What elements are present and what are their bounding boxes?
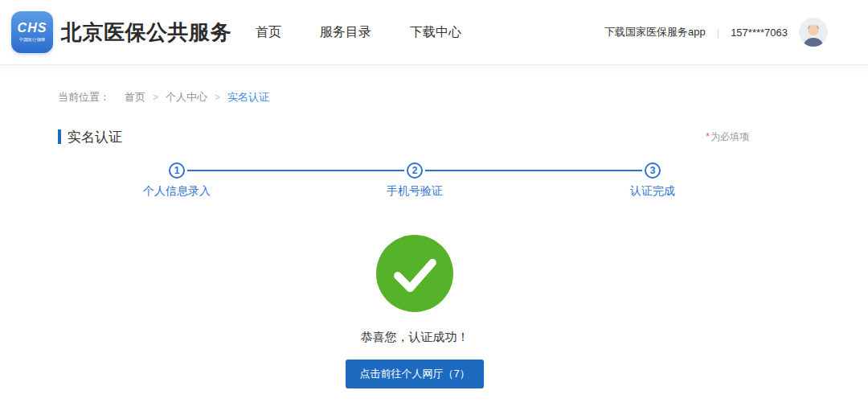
step-2-label: 手机号验证	[296, 184, 534, 199]
success-message: 恭喜您，认证成功！	[58, 330, 772, 345]
required-fields-note: *为必填项	[706, 130, 749, 144]
chs-logo-icon[interactable]: CHS 中国医疗保障	[11, 11, 53, 53]
breadcrumb-item-current: 实名认证	[227, 90, 269, 105]
logo-subtitle: 中国医疗保障	[19, 36, 45, 42]
nav-item-service-directory[interactable]: 服务目录	[320, 24, 371, 41]
page-title: 实名认证	[68, 128, 122, 146]
step-personal-info: 1 个人信息录入	[58, 162, 296, 199]
main-nav: 首页 服务目录 下载中心	[256, 24, 461, 41]
section-title-bar	[58, 129, 61, 144]
step-1-circle: 1	[169, 162, 185, 179]
breadcrumb-separator-icon: >	[215, 92, 220, 103]
user-phone-number[interactable]: 157****7063	[731, 27, 788, 39]
app-header: CHS 中国医疗保障 北京医保公共服务 首页 服务目录 下载中心 下载国家医保服…	[0, 0, 868, 64]
nav-item-home[interactable]: 首页	[256, 24, 281, 41]
page-content: 当前位置： 首页 > 个人中心 > 实名认证 实名认证 *为必填项 1 个人信息…	[58, 90, 772, 388]
step-3-circle: 3	[645, 162, 661, 179]
logo-abbr: CHS	[18, 22, 47, 35]
user-avatar[interactable]	[799, 18, 828, 47]
download-app-link[interactable]: 下载国家医保服务app	[604, 25, 706, 39]
breadcrumb: 当前位置： 首页 > 个人中心 > 实名认证	[58, 90, 772, 105]
site-title: 北京医保公共服务	[61, 18, 231, 47]
step-1-label: 个人信息录入	[58, 184, 296, 199]
breadcrumb-item-personal-center[interactable]: 个人中心	[166, 90, 207, 105]
step-2-circle: 2	[407, 162, 423, 179]
auth-result: 恭喜您，认证成功！ 点击前往个人网厅（7）	[58, 235, 772, 388]
required-star: *	[706, 131, 710, 142]
breadcrumb-prefix: 当前位置：	[58, 90, 110, 105]
go-personal-hall-button[interactable]: 点击前往个人网厅（7）	[346, 360, 483, 388]
breadcrumb-separator-icon: >	[153, 92, 158, 103]
header-right: 下载国家医保服务app | 157****7063	[604, 18, 828, 47]
step-3-label: 认证完成	[534, 184, 772, 199]
header-divider-bar: |	[717, 27, 719, 39]
auth-stepper: 1 个人信息录入 2 手机号验证 3 认证完成	[58, 162, 772, 199]
step-complete: 3 认证完成	[534, 162, 772, 199]
step-phone-verify: 2 手机号验证	[296, 162, 534, 199]
nav-item-download-center[interactable]: 下载中心	[410, 24, 461, 41]
header-shadow	[0, 65, 868, 78]
section-header: 实名认证 *为必填项	[58, 129, 772, 145]
breadcrumb-item-home[interactable]: 首页	[125, 90, 145, 105]
success-check-icon	[376, 235, 453, 312]
required-note-text: 为必填项	[710, 131, 749, 142]
